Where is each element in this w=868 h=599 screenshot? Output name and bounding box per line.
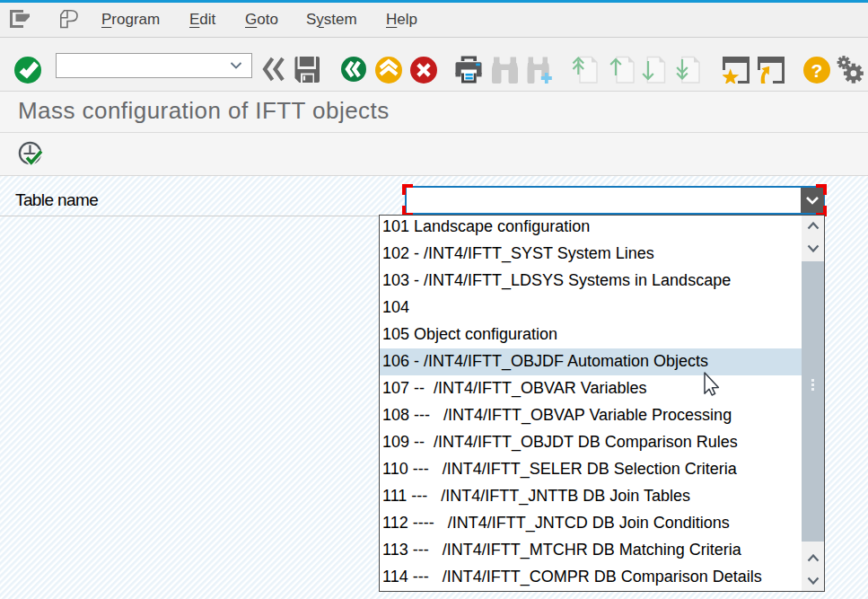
svg-text:?: ? [811,60,823,81]
